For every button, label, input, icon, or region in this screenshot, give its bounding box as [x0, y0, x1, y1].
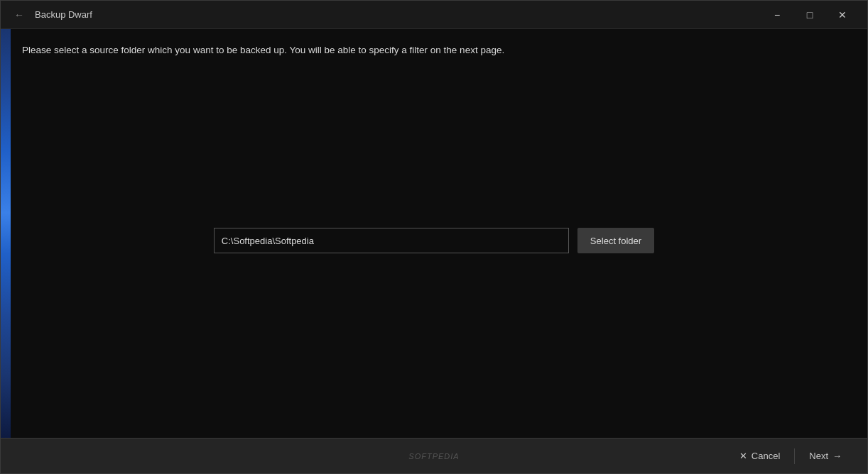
next-label: Next: [809, 451, 828, 461]
main-content: Please select a source folder which you …: [1, 29, 867, 438]
app-window: ← Backup Dwarf − □ ✕ Please select a sou…: [0, 0, 868, 474]
minimize-button[interactable]: −: [761, 4, 793, 26]
window-controls: − □ ✕: [761, 4, 859, 26]
close-button[interactable]: ✕: [826, 4, 859, 26]
minimize-icon: −: [774, 9, 780, 21]
cancel-button[interactable]: ✕ Cancel: [728, 445, 791, 468]
left-decoration: [1, 29, 11, 438]
softpedia-watermark: SOFTPEDIA: [408, 452, 459, 461]
folder-path-input[interactable]: [214, 228, 569, 253]
select-folder-label: Select folder: [590, 236, 641, 246]
app-title: Backup Dwarf: [35, 9, 92, 20]
maximize-button[interactable]: □: [793, 4, 826, 26]
cancel-icon: ✕: [739, 451, 747, 461]
folder-selection-section: Select folder: [22, 57, 846, 424]
cancel-label: Cancel: [752, 451, 780, 461]
next-button[interactable]: Next →: [798, 445, 853, 468]
bottom-divider: [794, 448, 795, 464]
instruction-text: Please select a source folder which you …: [22, 43, 846, 57]
close-icon: ✕: [838, 9, 847, 21]
bottom-bar: SOFTPEDIA ✕ Cancel Next →: [1, 438, 867, 473]
back-icon: ←: [14, 9, 24, 21]
maximize-icon: □: [807, 9, 813, 21]
select-folder-button[interactable]: Select folder: [577, 228, 654, 253]
back-button[interactable]: ←: [9, 5, 29, 25]
next-icon: →: [832, 451, 842, 461]
folder-row: Select folder: [214, 228, 654, 253]
title-bar: ← Backup Dwarf − □ ✕: [1, 1, 867, 29]
